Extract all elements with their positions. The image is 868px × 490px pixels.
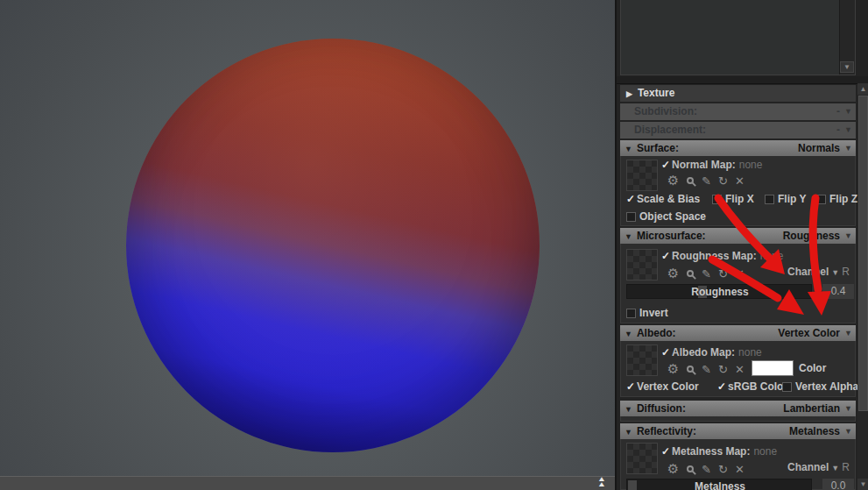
object-space-checkbox[interactable]: Object Space (626, 210, 706, 223)
close-icon[interactable]: ✕ (731, 363, 748, 376)
checkbox-checked-icon[interactable]: ✓ (661, 445, 670, 458)
search-icon[interactable] (681, 463, 698, 476)
albedo-map-thumbnail[interactable] (626, 344, 658, 376)
checkbox-checked-icon[interactable]: ✓ (661, 159, 670, 171)
edit-icon[interactable]: ✎ (698, 174, 715, 188)
roughness-map-thumbnail[interactable] (626, 249, 658, 281)
refresh-icon[interactable]: ↻ (715, 174, 731, 188)
collapse-down-icon: ▼ (625, 401, 632, 417)
scale-bias-checkbox[interactable]: ✓Scale & Bias (626, 193, 700, 205)
albedo-color-swatch[interactable] (752, 360, 794, 376)
texture-list-box[interactable]: ▼ (620, 0, 856, 75)
panel-scrollbar[interactable]: ▲ ▼ (857, 83, 868, 490)
search-icon[interactable] (681, 267, 698, 281)
texture-list-scrollbar[interactable]: ▼ (839, 0, 855, 75)
search-icon[interactable] (681, 174, 698, 188)
timeline-collapsed-bar: ▲ ▲ (0, 476, 615, 490)
channel-dropdown[interactable]: Channel▼R (787, 461, 850, 473)
vertex-color-checkbox[interactable]: ✓Vertex Color (626, 380, 699, 393)
edit-icon[interactable]: ✎ (698, 267, 715, 281)
section-header-diffusion[interactable]: ▼Diffusion: Lambertian ▼ (620, 401, 856, 416)
map-value: none (738, 346, 762, 359)
roughness-value-field[interactable]: 0.4 (822, 284, 854, 299)
albedo-map-toolbar: ⚙✎↻✕ (665, 361, 748, 375)
section-header-microsurface[interactable]: ▼Microsurface: Roughness ▼ (620, 228, 856, 244)
gear-icon[interactable]: ⚙ (665, 173, 681, 188)
chevron-down-icon[interactable]: ▼ (844, 122, 852, 138)
channel-dropdown[interactable]: Channel▼R (787, 266, 850, 278)
invert-checkbox[interactable]: Invert (626, 307, 668, 319)
checkbox-checked-icon[interactable]: ✓ (661, 250, 670, 262)
vertex-alpha-checkbox[interactable]: Vertex Alpha (782, 380, 858, 393)
edit-icon[interactable]: ✎ (698, 463, 715, 476)
checkbox-unchecked-icon (712, 195, 722, 204)
search-icon[interactable] (681, 363, 698, 376)
checkbox-checked-icon[interactable]: ✓ (661, 346, 670, 359)
srgb-color-checkbox[interactable]: ✓sRGB Color (717, 380, 787, 393)
metalness-map-label[interactable]: ✓Metalness Map:none (661, 445, 777, 458)
checkbox-checked-icon: ✓ (626, 193, 635, 205)
normal-map-thumbnail[interactable] (626, 160, 658, 191)
surface-mode-dropdown[interactable]: Normals (798, 140, 840, 156)
close-icon[interactable]: ✕ (731, 267, 748, 281)
surface-content: ✓Normal Map:none ⚙✎↻✕ ✓Scale & Bias Flip… (620, 156, 856, 226)
refresh-icon[interactable]: ↻ (715, 463, 731, 476)
refresh-icon[interactable]: ↻ (715, 363, 731, 376)
section-subdivision[interactable]: Subdivision: - ▼ (620, 103, 856, 120)
gear-icon[interactable]: ⚙ (665, 361, 681, 377)
close-icon[interactable]: ✕ (731, 463, 748, 476)
section-header-albedo[interactable]: ▼Albedo: Vertex Color ▼ (620, 325, 856, 341)
channel-value: R (842, 266, 850, 278)
checkbox-unchecked-icon (782, 382, 792, 392)
subdivision-mode: - (836, 103, 840, 120)
metalness-map-toolbar: ⚙✎↻✕ Channel▼R (665, 461, 853, 475)
refresh-icon[interactable]: ↻ (715, 267, 731, 281)
collapse-down-icon: ▼ (625, 326, 632, 342)
expand-timeline-button[interactable]: ▲ ▲ (595, 477, 609, 490)
color-label: Color (799, 360, 826, 376)
panel-divider (617, 76, 868, 84)
collapse-down-icon: ▼ (625, 141, 632, 157)
material-preview-sphere[interactable] (126, 39, 540, 452)
metalness-slider[interactable]: Metalness (626, 479, 812, 490)
section-displacement[interactable]: Displacement: - ▼ (620, 122, 856, 138)
gear-icon[interactable]: ⚙ (665, 461, 681, 477)
normal-map-label[interactable]: ✓Normal Map:none (661, 159, 762, 171)
chevron-down-icon: ▼ (831, 464, 839, 472)
gear-icon[interactable]: ⚙ (665, 266, 681, 281)
roughness-slider[interactable]: Roughness (626, 284, 812, 299)
metalness-value-field[interactable]: 0.0 (822, 479, 854, 490)
scrollbar-thumb[interactable] (858, 96, 868, 411)
metalness-map-thumbnail[interactable] (626, 443, 658, 474)
app-window: ▲ ▲ ▼ ▶Texture Subdivision: - ▼ Displace… (0, 0, 868, 490)
microsurface-mode-dropdown[interactable]: Roughness (783, 228, 840, 244)
diffusion-mode-dropdown[interactable]: Lambertian (783, 401, 840, 416)
chevron-up-icon: ▲ (593, 482, 611, 487)
section-header-surface[interactable]: ▼Surface: Normals ▼ (620, 140, 856, 156)
section-title: Subdivision: (634, 105, 697, 117)
edit-icon[interactable]: ✎ (698, 363, 715, 376)
viewport-3d[interactable] (0, 0, 615, 476)
flip-y-checkbox[interactable]: Flip Y (765, 193, 806, 205)
microsurface-content: ✓Roughness Map:none ⚙✎↻✕ Channel▼R Rough… (620, 244, 856, 323)
section-texture[interactable]: ▶Texture (620, 85, 856, 102)
slider-label: Metalness (627, 479, 813, 490)
checkbox-unchecked-icon (816, 195, 826, 204)
chevron-down-icon[interactable]: ▼ (844, 228, 852, 244)
section-header-reflectivity[interactable]: ▼Reflectivity: Metalness ▼ (620, 423, 856, 439)
chevron-down-icon[interactable]: ▼ (844, 140, 852, 156)
reflectivity-mode-dropdown[interactable]: Metalness (789, 423, 840, 439)
roughness-map-label[interactable]: ✓Roughness Map:none (661, 250, 783, 262)
chevron-down-icon[interactable]: ▼ (844, 423, 852, 439)
flip-x-checkbox[interactable]: Flip X (712, 193, 754, 205)
chevron-down-icon[interactable]: ▼ (844, 401, 852, 416)
flip-z-checkbox[interactable]: Flip Z (816, 193, 857, 205)
scroll-down-button[interactable]: ▼ (857, 479, 868, 490)
chevron-down-icon[interactable]: ▼ (844, 103, 852, 120)
close-icon[interactable]: ✕ (731, 174, 748, 188)
albedo-map-label[interactable]: ✓Albedo Map:none (661, 346, 762, 359)
scroll-down-button[interactable]: ▼ (840, 61, 854, 73)
scroll-up-button[interactable]: ▲ (857, 83, 868, 95)
chevron-down-icon[interactable]: ▼ (844, 325, 852, 341)
albedo-mode-dropdown[interactable]: Vertex Color (778, 325, 840, 341)
